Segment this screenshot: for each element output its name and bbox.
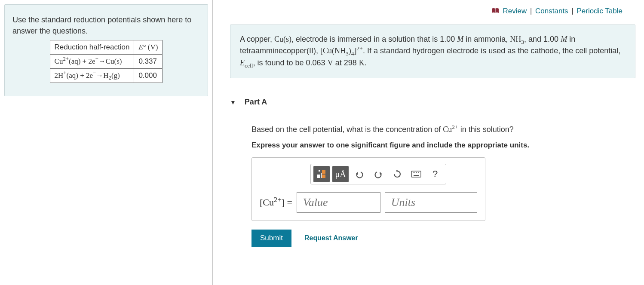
book-icon bbox=[491, 7, 499, 16]
constants-link[interactable]: Constants bbox=[535, 7, 568, 15]
caret-down-icon: ▼ bbox=[230, 99, 236, 106]
svg-rect-4 bbox=[319, 170, 320, 172]
question-text: Based on the cell potential, what is the… bbox=[251, 125, 631, 134]
reduction-potentials-table: Reduction half-reaction E° (V) Cu2+(aq) … bbox=[50, 40, 163, 83]
top-links: Review | Constants | Periodic Table bbox=[230, 4, 635, 25]
value-input[interactable] bbox=[297, 192, 380, 213]
help-button[interactable]: ? bbox=[427, 166, 443, 182]
review-link[interactable]: Review bbox=[503, 7, 527, 15]
table-header-e: E° (V) bbox=[134, 40, 163, 55]
e-value-cell: 0.000 bbox=[134, 69, 163, 83]
e-value-cell: 0.337 bbox=[134, 55, 163, 69]
periodic-table-link[interactable]: Periodic Table bbox=[577, 7, 623, 15]
reaction-cell: Cu2+(aq) + 2e−→Cu(s) bbox=[50, 55, 134, 69]
left-intro-text: Use the standard reduction potentials sh… bbox=[12, 14, 200, 37]
request-answer-link[interactable]: Request Answer bbox=[304, 234, 358, 242]
reset-button[interactable] bbox=[389, 166, 405, 182]
reaction-cell: 2H+(aq) + 2e−→H2(g) bbox=[50, 69, 134, 83]
undo-button[interactable] bbox=[351, 166, 368, 182]
svg-rect-10 bbox=[418, 172, 419, 173]
svg-rect-7 bbox=[413, 172, 414, 173]
units-input[interactable] bbox=[385, 192, 477, 213]
svg-rect-3 bbox=[322, 175, 325, 178]
redo-button[interactable] bbox=[370, 166, 386, 182]
part-label: Part A bbox=[245, 98, 267, 107]
templates-button[interactable] bbox=[313, 166, 330, 182]
input-toolbar: μÅ ? bbox=[310, 164, 446, 184]
svg-rect-8 bbox=[414, 172, 415, 173]
part-header[interactable]: ▼ Part A bbox=[230, 93, 635, 112]
svg-rect-1 bbox=[317, 175, 320, 178]
units-symbols-button[interactable]: μÅ bbox=[332, 166, 349, 182]
table-row: 2H+(aq) + 2e−→H2(g) 0.000 bbox=[50, 69, 163, 83]
variable-label: [Cu2+] = bbox=[260, 197, 292, 208]
question-instruction: Express your answer to one significant f… bbox=[251, 141, 631, 150]
table-header-reaction: Reduction half-reaction bbox=[50, 40, 134, 55]
svg-rect-2 bbox=[322, 170, 325, 174]
svg-rect-9 bbox=[416, 172, 417, 173]
table-row: Cu2+(aq) + 2e−→Cu(s) 0.337 bbox=[50, 55, 163, 69]
keyboard-button[interactable] bbox=[408, 166, 424, 182]
answer-box: μÅ ? [Cu2+ bbox=[251, 157, 485, 221]
left-info-box: Use the standard reduction potentials sh… bbox=[4, 4, 208, 96]
svg-rect-11 bbox=[414, 175, 419, 176]
svg-rect-6 bbox=[411, 171, 421, 177]
submit-button[interactable]: Submit bbox=[251, 230, 291, 247]
problem-statement: A copper, Cu(s), electrode is immersed i… bbox=[230, 25, 635, 79]
